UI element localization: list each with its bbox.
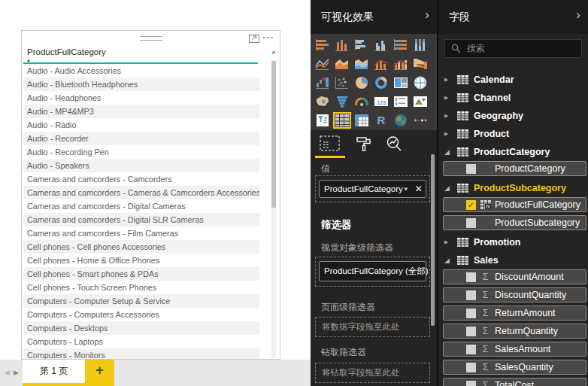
table-row[interactable]: Cameras and camcorders - Film Cameras: [23, 226, 259, 240]
table-row[interactable]: Audio - Recording Pen: [23, 145, 259, 159]
table-row[interactable]: Audio - Recorder: [23, 132, 259, 145]
hundred-stacked-bar-chart-icon[interactable]: [392, 37, 410, 53]
pie-chart-icon[interactable]: [353, 74, 371, 91]
field-table-ProductCategory[interactable]: ◢ProductCategory: [438, 143, 588, 161]
collapse-arrow-icon[interactable]: ◢: [444, 257, 452, 264]
drag-handle-icon[interactable]: [140, 36, 162, 41]
tab-fields[interactable]: [320, 135, 340, 154]
checkbox-unchecked[interactable]: [466, 218, 476, 228]
table-row[interactable]: Computers - Computer Setup & Service: [23, 294, 259, 308]
field-ReturnAmount[interactable]: ΣReturnAmount: [443, 305, 586, 321]
table-row[interactable]: Cell phones - Touch Screen Phones: [23, 281, 259, 294]
table-row[interactable]: Audio - Audio Accessories: [23, 64, 259, 78]
matrix-icon[interactable]: [353, 112, 371, 129]
area-chart-icon[interactable]: [333, 56, 351, 72]
table-row[interactable]: Cameras and camcorders - Cameras & Camco…: [23, 186, 259, 199]
checkbox-unchecked[interactable]: [466, 308, 476, 318]
field-search-input[interactable]: 搜索: [444, 39, 582, 58]
field-DiscountQuantity[interactable]: ΣDiscountQuantity: [443, 287, 586, 302]
table-visual[interactable]: ··· ProductFullCategory ▲ Audio - Audio …: [21, 30, 280, 360]
field-dropdown-icon[interactable]: ▼: [403, 186, 409, 193]
remove-field-icon[interactable]: ✕: [415, 184, 423, 193]
stacked-bar-chart-icon[interactable]: [314, 37, 332, 53]
scroll-up-icon[interactable]: ^: [269, 49, 278, 59]
collapse-fields-pane-icon[interactable]: ›: [576, 8, 580, 23]
clustered-bar-chart-icon[interactable]: [353, 37, 371, 53]
field-ProductFullCategory[interactable]: ✓fxProductFullCategory: [443, 197, 586, 212]
table-row[interactable]: Audio - Radio: [23, 118, 259, 132]
drillthrough-dropzone[interactable]: 将钻取字段拖至此处: [315, 363, 430, 383]
line-and-clustered-column-chart-icon[interactable]: [392, 56, 410, 72]
field-SalesQuantity[interactable]: ΣSalesQuantity: [443, 360, 586, 375]
multi-row-card-icon[interactable]: [392, 93, 410, 110]
table-row[interactable]: Computers - Computers Accessories: [23, 308, 259, 321]
stacked-area-chart-icon[interactable]: [353, 56, 371, 72]
kpi-icon[interactable]: [411, 93, 429, 110]
field-table-Channel[interactable]: ▶Channel: [438, 89, 588, 107]
table-row[interactable]: Audio - Bluetooth Headphones: [23, 78, 259, 91]
field-SalesAmount[interactable]: ΣSalesAmount: [443, 342, 586, 357]
field-table-Geography[interactable]: ▶Geography: [438, 107, 588, 125]
field-table-Product[interactable]: ▶Product: [438, 125, 588, 143]
checkbox-unchecked[interactable]: [466, 345, 476, 354]
table-row[interactable]: Audio - Headphones: [23, 91, 259, 105]
page-tab[interactable]: 第 1 页: [23, 360, 85, 383]
field-table-Sales[interactable]: ◢Sales: [438, 251, 588, 269]
filled-map-icon[interactable]: [314, 93, 332, 110]
hundred-stacked-column-chart-icon[interactable]: [411, 37, 429, 53]
arcgis-map-icon[interactable]: [392, 112, 410, 129]
ribbon-chart-icon[interactable]: [411, 56, 429, 72]
collapse-arrow-icon[interactable]: ◢: [444, 148, 452, 156]
funnel-icon[interactable]: [333, 93, 351, 110]
expand-arrow-icon[interactable]: ▶: [444, 239, 452, 245]
clustered-column-chart-icon[interactable]: [372, 37, 390, 53]
checkbox-unchecked[interactable]: [466, 272, 476, 282]
table-icon[interactable]: [333, 112, 351, 129]
expand-arrow-icon[interactable]: ▶: [444, 131, 452, 137]
collapse-pane-icon[interactable]: ›: [425, 8, 429, 23]
scatter-chart-icon[interactable]: [333, 74, 351, 91]
r-script-icon[interactable]: R: [372, 112, 390, 129]
table-row[interactable]: Computers - Monitors: [23, 348, 259, 360]
next-page-icon[interactable]: ▶: [14, 369, 19, 376]
previous-page-icon[interactable]: ◀: [5, 369, 10, 376]
field-table-Calendar[interactable]: ▶Calendar: [438, 71, 588, 89]
card-icon[interactable]: 123: [372, 93, 390, 110]
field-ReturnQuantity[interactable]: ΣReturnQuantity: [443, 324, 586, 339]
value-field-pill[interactable]: ProductFullCategory ▼ ✕: [319, 180, 426, 198]
values-field-well[interactable]: ProductFullCategory ▼ ✕: [315, 175, 430, 202]
collapse-arrow-icon[interactable]: ◢: [444, 184, 452, 192]
line-and-stacked-column-chart-icon[interactable]: [372, 56, 390, 72]
table-row[interactable]: Cell phones - Smart phones & PDAs: [23, 267, 259, 281]
field-ProductCategory[interactable]: ProductCategory: [443, 161, 586, 176]
page-filters-dropzone[interactable]: 将数据字段拖至此处: [315, 317, 430, 337]
field-table-ProductSubcategory[interactable]: ◢ProductSubcategory: [438, 179, 588, 197]
table-row[interactable]: Computers - Laptops: [23, 335, 259, 348]
add-page-button[interactable]: +: [85, 360, 114, 383]
expand-arrow-icon[interactable]: ▶: [444, 113, 452, 119]
treemap-icon[interactable]: [392, 74, 410, 91]
checkbox-unchecked[interactable]: [466, 363, 476, 372]
stacked-column-chart-icon[interactable]: [333, 37, 351, 53]
expand-arrow-icon[interactable]: ▶: [444, 77, 452, 83]
pane-scrollbar-thumb[interactable]: [431, 154, 435, 326]
field-DiscountAmount[interactable]: ΣDiscountAmount: [443, 269, 586, 284]
field-table-Promotion[interactable]: ▶Promotion: [438, 233, 588, 251]
waterfall-chart-icon[interactable]: [314, 74, 332, 91]
table-column-header[interactable]: ProductFullCategory ▲: [23, 47, 258, 64]
field-ProductSubcategory[interactable]: ProductSubcategory: [443, 215, 586, 230]
table-row[interactable]: Audio - Speakers: [23, 159, 259, 172]
checkbox-unchecked[interactable]: [466, 164, 476, 174]
table-row[interactable]: Computers - Desktops: [23, 321, 259, 335]
table-row[interactable]: Audio - MP4&MP3: [23, 105, 259, 118]
checkbox-checked[interactable]: ✓: [466, 200, 476, 210]
donut-chart-icon[interactable]: [372, 74, 390, 91]
visual-filters-well[interactable]: ProductFullCategory (全部): [315, 257, 430, 287]
table-row[interactable]: Cameras and camcorders - Camcorders: [23, 172, 259, 186]
table-scrollbar[interactable]: ^: [269, 49, 278, 357]
table-row[interactable]: Cameras and camcorders - Digital Cameras: [23, 199, 259, 213]
line-chart-icon[interactable]: [314, 56, 332, 72]
checkbox-unchecked[interactable]: [466, 327, 476, 336]
table-row[interactable]: Cameras and camcorders - Digital SLR Cam…: [23, 213, 259, 226]
table-row[interactable]: Cell phones - Home & Office Phones: [23, 254, 259, 267]
